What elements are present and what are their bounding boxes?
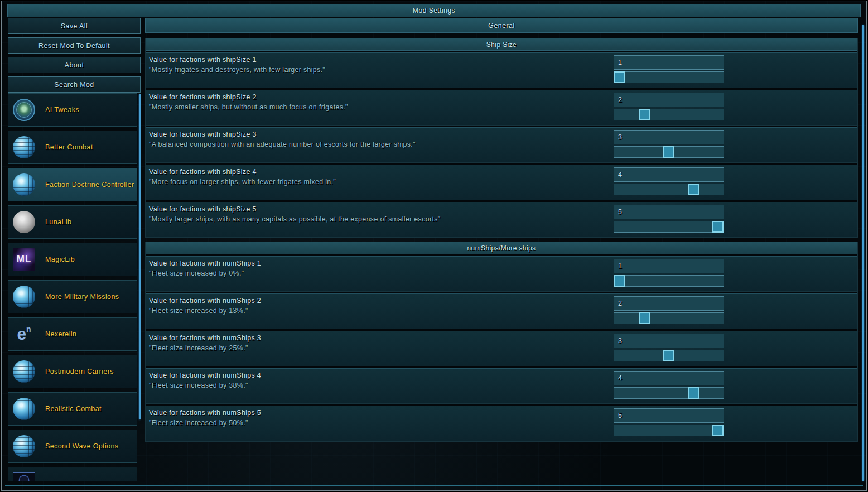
setting-row: Value for factions with shipSize 5"Mostl… — [146, 202, 857, 238]
reset-mod-to-default-button[interactable]: Reset Mod To Default — [8, 37, 141, 54]
sidebar-item-lunalib[interactable]: LunaLib — [8, 205, 137, 239]
setting-row: Value for factions with numShips 2"Fleet… — [146, 293, 857, 329]
setting-row: Value for factions with numShips 1"Fleet… — [146, 256, 857, 292]
section-numships-more-ships: numShips/More shipsValue for factions wi… — [145, 242, 858, 442]
setting-slider-track[interactable] — [614, 425, 724, 436]
sidebar-item-better-combat[interactable]: Better Combat — [8, 131, 137, 164]
setting-value: 1 — [618, 59, 622, 66]
setting-slider-handle[interactable] — [663, 350, 674, 361]
setting-slider-handle[interactable] — [639, 109, 650, 120]
setting-row: Value for factions with shipSize 4"More … — [146, 165, 857, 200]
setting-value-field[interactable]: 4 — [614, 167, 724, 182]
setting-row: Value for factions with numShips 5"Fleet… — [146, 406, 857, 441]
setting-value-field[interactable]: 5 — [614, 408, 724, 423]
setting-description: "Fleet size increased by 38%." — [149, 382, 248, 389]
section-header: Ship Size — [146, 38, 857, 51]
about-button[interactable]: About — [8, 57, 141, 73]
setting-value-field[interactable]: 1 — [614, 55, 724, 70]
setting-slider-handle[interactable] — [663, 146, 674, 158]
setting-slider-track[interactable] — [614, 275, 724, 287]
mod-label: Better Combat — [45, 143, 93, 151]
window-body: Save AllReset Mod To DefaultAboutSearch … — [7, 18, 861, 483]
sidebar-item-faction-doctrine-controller[interactable]: Faction Doctrine Controller — [8, 168, 137, 201]
setting-description: "More focus on larger ships, with fewer … — [149, 178, 336, 186]
mod-label: Nexerelin — [45, 330, 76, 338]
setting-value-field[interactable]: 5 — [614, 205, 724, 219]
main-panel: General Ship SizeValue for factions with… — [145, 18, 858, 485]
section-header: numShips/More ships — [146, 242, 857, 254]
setting-description: "Mostly larger ships, with as many capit… — [149, 215, 441, 223]
nexerelin-icon-sup: n — [26, 325, 31, 333]
setting-label: Value for factions with shipSize 3 — [149, 131, 257, 138]
setting-value-field[interactable]: 3 — [614, 334, 724, 348]
sidebar-item-realistic-combat[interactable]: Realistic Combat — [8, 392, 137, 426]
globe-icon — [13, 286, 35, 308]
sidebar-item-magiclib[interactable]: MLMagicLib — [8, 243, 137, 276]
save-all-button[interactable]: Save All — [8, 18, 141, 34]
setting-value-field[interactable]: 2 — [614, 93, 724, 107]
globe-icon — [13, 136, 35, 158]
mod-label: Second Wave Options — [45, 442, 119, 450]
setting-slider-track[interactable] — [614, 350, 724, 361]
setting-row: Value for factions with numShips 4"Fleet… — [146, 368, 857, 404]
window-bottom-accent — [5, 485, 863, 486]
setting-slider-handle[interactable] — [614, 275, 625, 287]
setting-value-field[interactable]: 4 — [614, 371, 724, 385]
nexerelin-icon: en — [13, 323, 35, 345]
setting-value: 4 — [618, 374, 622, 382]
setting-slider-track[interactable] — [614, 184, 724, 195]
mod-label: Second-in-Command — [45, 480, 115, 481]
magiclib-icon-text: ML — [17, 254, 32, 265]
globe-icon — [13, 398, 35, 420]
setting-value-field[interactable]: 1 — [614, 259, 724, 273]
setting-label: Value for factions with shipSize 5 — [149, 205, 257, 213]
setting-slider-track[interactable] — [614, 387, 724, 399]
moon-icon — [13, 211, 35, 233]
sidebar-item-ai-tweaks[interactable]: AI Tweaks — [8, 93, 137, 127]
section-ship-size: Ship SizeValue for factions with shipSiz… — [145, 38, 858, 238]
window-title: Mod Settings — [7, 4, 861, 17]
magiclib-icon: ML — [13, 248, 35, 271]
setting-slider-handle[interactable] — [614, 71, 625, 83]
globe-icon — [13, 360, 35, 383]
setting-slider-handle[interactable] — [688, 184, 699, 195]
setting-slider-track[interactable] — [614, 146, 724, 158]
setting-slider-handle[interactable] — [639, 312, 650, 324]
setting-row: Value for factions with numShips 3"Fleet… — [146, 331, 857, 366]
setting-slider-handle[interactable] — [712, 425, 724, 436]
sidebar-item-more-military-missions[interactable]: More Military Missions — [8, 280, 137, 313]
setting-label: Value for factions with numShips 5 — [149, 409, 261, 417]
setting-description: "A balanced composition with an adequate… — [149, 141, 416, 148]
setting-slider-handle[interactable] — [688, 387, 699, 399]
setting-slider-track[interactable] — [614, 221, 724, 233]
emblem-icon — [13, 99, 35, 121]
setting-slider-track[interactable] — [614, 71, 724, 83]
setting-description: "Fleet size increased by 0%." — [149, 269, 244, 277]
mod-label: Faction Doctrine Controller — [45, 181, 134, 189]
setting-value: 2 — [618, 300, 622, 307]
sidebar-item-nexerelin[interactable]: enNexerelin — [8, 317, 137, 351]
setting-label: Value for factions with shipSize 4 — [149, 168, 257, 176]
mod-label: More Military Missions — [45, 293, 119, 301]
setting-slider-track[interactable] — [614, 312, 724, 324]
sidebar-buttons: Save AllReset Mod To DefaultAboutSearch … — [8, 18, 141, 93]
setting-row: Value for factions with shipSize 2"Mostl… — [146, 90, 857, 126]
setting-slider-handle[interactable] — [712, 221, 724, 233]
mod-settings-window: Mod Settings Save AllReset Mod To Defaul… — [1, 1, 867, 491]
setting-value-field[interactable]: 2 — [614, 296, 724, 311]
setting-value: 5 — [618, 412, 622, 419]
setting-slider-track[interactable] — [614, 109, 724, 120]
setting-value: 3 — [618, 133, 622, 141]
setting-label: Value for factions with numShips 4 — [149, 372, 261, 379]
sidebar-scrollbar[interactable] — [139, 94, 141, 419]
setting-value-field[interactable]: 3 — [614, 130, 724, 144]
main-scrollbar[interactable] — [862, 25, 864, 481]
sidebar-item-second-in-command[interactable]: Second-in-Command — [8, 467, 137, 481]
setting-row: Value for factions with shipSize 1"Mostl… — [146, 52, 857, 88]
general-header: General — [145, 18, 858, 33]
mod-label: Postmodern Carriers — [45, 368, 114, 375]
sidebar-item-postmodern-carriers[interactable]: Postmodern Carriers — [8, 355, 137, 388]
search-mod-button[interactable]: Search Mod — [8, 76, 141, 93]
sidebar-item-second-wave-options[interactable]: Second Wave Options — [8, 430, 137, 463]
globe-icon — [13, 435, 35, 457]
